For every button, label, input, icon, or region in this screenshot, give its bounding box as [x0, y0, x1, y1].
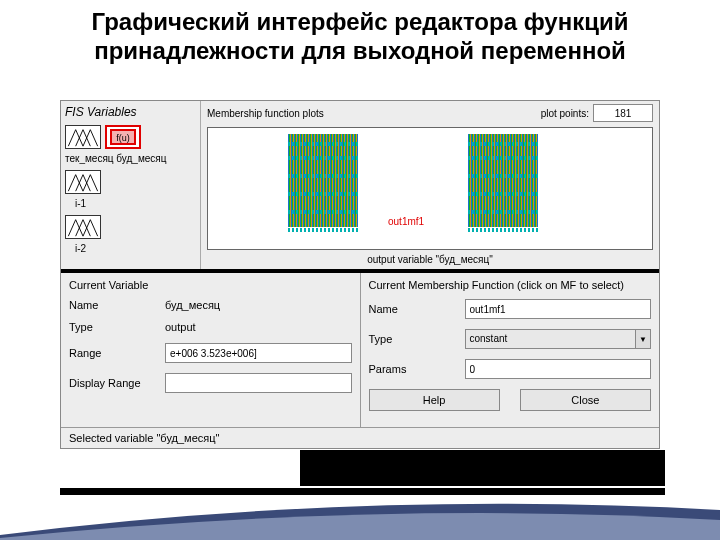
type-value: output — [165, 321, 352, 333]
plot-header: Membership function plots plot points: — [201, 101, 659, 125]
var-label-2: i-2 — [65, 243, 196, 254]
current-mf-panel: Current Membership Function (click on MF… — [360, 273, 660, 427]
plot-panel: Membership function plots plot points: o… — [201, 101, 659, 269]
mf-name-input[interactable] — [465, 299, 652, 319]
mf-params-input[interactable] — [465, 359, 652, 379]
top-panels: FIS Variables f(u) тек_месяц буд_месяц i… — [61, 101, 659, 269]
current-mf-title: Current Membership Function (click on MF… — [369, 279, 652, 291]
display-range-input[interactable] — [165, 373, 352, 393]
mf-cluster-2[interactable] — [468, 134, 538, 227]
mf-type-label: Type — [369, 333, 459, 345]
slide-title: Графический интерфейс редактора функций … — [0, 0, 720, 70]
var-row-2[interactable] — [65, 215, 196, 239]
var-row-1[interactable] — [65, 170, 196, 194]
mf-icon — [65, 215, 101, 239]
mf-selected-label: out1mf1 — [388, 216, 424, 227]
fu-badge: f(u) — [110, 129, 136, 145]
fis-title: FIS Variables — [65, 105, 196, 119]
status-bar: Selected variable "буд_месяц" — [61, 427, 659, 448]
var-label-1: i-1 — [65, 198, 196, 209]
plot-area[interactable]: out1mf1 — [207, 127, 653, 250]
plot-points-label: plot points: — [541, 108, 589, 119]
name-value: буд_месяц — [165, 299, 352, 311]
display-range-label: Display Range — [69, 377, 159, 389]
name-label: Name — [69, 299, 159, 311]
chevron-down-icon[interactable]: ▼ — [635, 329, 651, 349]
shadow — [300, 450, 665, 486]
mf-params-label: Params — [369, 363, 459, 375]
bottom-panels: Current Variable Name буд_месяц Type out… — [61, 273, 659, 427]
mf-name-label: Name — [369, 303, 459, 315]
close-button[interactable]: Close — [520, 389, 651, 411]
type-label: Type — [69, 321, 159, 333]
range-label: Range — [69, 347, 159, 359]
plot-caption: output variable "буд_месяц" — [201, 252, 659, 269]
mf-icon — [65, 125, 101, 149]
fis-variables-panel: FIS Variables f(u) тек_месяц буд_месяц i… — [61, 101, 201, 269]
var-label-0: тек_месяц буд_месяц — [65, 153, 196, 164]
mf-plot-title: Membership function plots — [207, 108, 324, 119]
mf-icon — [65, 170, 101, 194]
mf-cluster-1[interactable] — [288, 134, 358, 227]
mf-type-value: constant — [465, 329, 636, 349]
current-var-title: Current Variable — [69, 279, 352, 291]
mf-editor-window: FIS Variables f(u) тек_месяц буд_месяц i… — [60, 100, 660, 449]
shadow — [60, 488, 665, 495]
help-button[interactable]: Help — [369, 389, 500, 411]
plot-points-input[interactable] — [593, 104, 653, 122]
var-row-0[interactable]: f(u) — [65, 125, 196, 149]
range-input[interactable] — [165, 343, 352, 363]
current-variable-panel: Current Variable Name буд_месяц Type out… — [61, 273, 360, 427]
output-var-selected[interactable]: f(u) — [105, 125, 141, 149]
mf-type-select[interactable]: constant ▼ — [465, 329, 652, 349]
